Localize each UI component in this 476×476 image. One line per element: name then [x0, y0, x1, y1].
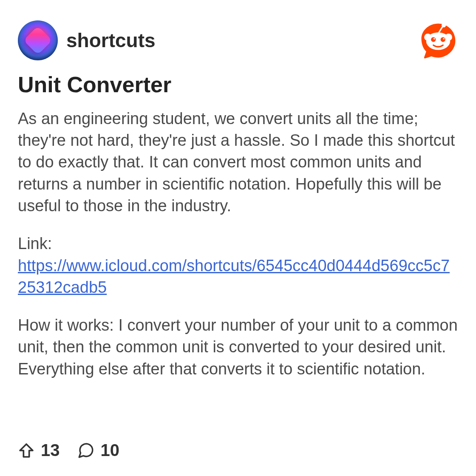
post-paragraph: How it works: I convert your number of y… [18, 314, 458, 380]
link-label: Link: [18, 233, 458, 255]
post-title: Unit Converter [18, 72, 458, 98]
upvote-section[interactable]: 13 [18, 441, 60, 460]
svg-point-4 [441, 37, 445, 42]
post-footer: 13 10 [18, 441, 119, 460]
svg-point-5 [434, 38, 435, 40]
comment-section[interactable]: 10 [77, 441, 120, 460]
subreddit-info[interactable]: shortcuts [18, 20, 156, 60]
upvote-icon [18, 442, 35, 459]
post-paragraph: As an engineering student, we convert un… [18, 108, 458, 217]
post-body: As an engineering student, we convert un… [18, 108, 458, 380]
upvote-count: 13 [41, 441, 60, 460]
post-content: Unit Converter As an engineering student… [18, 72, 458, 455]
svg-point-8 [442, 23, 446, 27]
shortcut-link[interactable]: https://www.icloud.com/shortcuts/6545cc4… [18, 257, 450, 296]
subreddit-name[interactable]: shortcuts [66, 29, 156, 52]
svg-point-3 [431, 37, 436, 42]
comment-count: 10 [101, 441, 120, 460]
svg-point-2 [445, 34, 452, 41]
post-header: shortcuts [18, 20, 458, 60]
reddit-logo-icon[interactable] [418, 20, 458, 60]
subreddit-icon[interactable] [18, 20, 58, 60]
svg-point-1 [424, 34, 431, 41]
svg-point-6 [443, 38, 444, 40]
comment-icon [77, 442, 95, 459]
